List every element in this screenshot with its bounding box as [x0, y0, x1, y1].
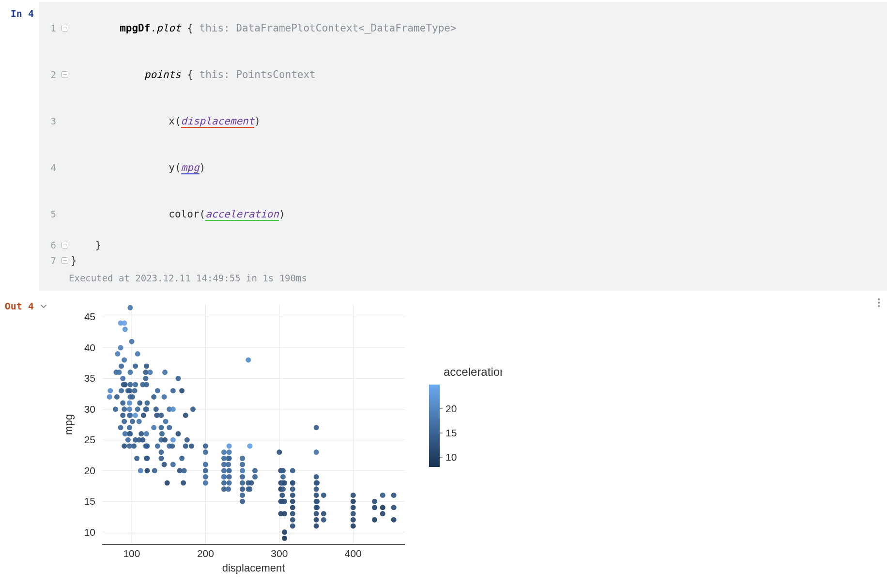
svg-point-35 — [123, 326, 128, 332]
svg-point-82 — [144, 401, 150, 406]
svg-rect-241 — [429, 385, 440, 467]
svg-point-122 — [184, 437, 190, 443]
svg-point-114 — [176, 376, 181, 381]
code-line-7[interactable]: 7 } — [39, 253, 887, 268]
svg-point-44 — [127, 406, 132, 412]
svg-point-48 — [127, 431, 133, 436]
svg-point-119 — [182, 468, 187, 473]
code-line-3[interactable]: 3 x(displacement) — [39, 98, 887, 144]
token-param-acceleration: acceleration — [205, 208, 279, 221]
svg-point-98 — [159, 431, 165, 436]
code-line-1[interactable]: 1 mpgDf.plot { this: DataFramePlotContex… — [39, 5, 887, 51]
fold-close-icon[interactable] — [61, 257, 69, 264]
svg-point-52 — [130, 419, 135, 424]
code-line-4[interactable]: 4 y(mpg) — [39, 144, 887, 191]
svg-point-72 — [143, 376, 148, 381]
svg-point-80 — [144, 406, 149, 412]
output-collapse-toggle[interactable] — [39, 297, 48, 311]
svg-point-50 — [127, 382, 133, 387]
svg-point-43 — [127, 401, 132, 406]
svg-point-15 — [113, 406, 118, 412]
svg-point-70 — [141, 413, 146, 418]
execution-info: Executed at 2023.12.11 14:49:55 in 1s 19… — [39, 268, 887, 288]
svg-point-86 — [151, 425, 156, 430]
svg-point-58 — [133, 413, 138, 418]
svg-point-154 — [240, 499, 245, 504]
token-param-mpg: mpg — [181, 162, 200, 174]
svg-point-129 — [203, 462, 208, 467]
token-param-displacement: displacement — [181, 115, 255, 128]
svg-point-30 — [122, 419, 127, 424]
svg-point-108 — [169, 443, 175, 449]
svg-point-112 — [170, 388, 176, 393]
svg-point-191 — [290, 523, 295, 528]
svg-point-53 — [130, 394, 135, 400]
svg-point-94 — [158, 449, 164, 455]
svg-text:300: 300 — [271, 548, 288, 559]
svg-point-120 — [183, 443, 188, 449]
svg-point-187 — [290, 505, 295, 510]
svg-point-186 — [290, 486, 295, 492]
svg-point-113 — [176, 431, 181, 436]
fold-close-icon[interactable] — [61, 242, 69, 248]
svg-point-29 — [122, 321, 127, 326]
svg-point-126 — [203, 468, 208, 473]
code-editor[interactable]: 1 mpgDf.plot { this: DataFramePlotContex… — [39, 2, 887, 291]
svg-point-103 — [163, 419, 169, 424]
svg-point-13 — [107, 394, 112, 400]
svg-point-156 — [246, 357, 251, 363]
svg-point-161 — [248, 480, 254, 486]
svg-text:35: 35 — [84, 372, 95, 384]
svg-point-210 — [351, 499, 356, 504]
svg-point-68 — [140, 437, 145, 443]
inline-hint: this: DataFramePlotContext<_DataFrameTyp… — [200, 22, 457, 34]
svg-point-198 — [314, 493, 319, 498]
svg-text:10: 10 — [84, 526, 95, 538]
svg-point-174 — [280, 468, 286, 473]
svg-point-54 — [131, 443, 137, 449]
svg-point-144 — [227, 456, 232, 461]
svg-point-36 — [123, 382, 128, 387]
svg-point-92 — [155, 443, 160, 449]
gutter-number: 4 — [39, 160, 61, 175]
svg-point-37 — [125, 437, 131, 443]
code-line-5[interactable]: 5 color(acceleration) — [39, 191, 887, 237]
svg-point-192 — [290, 517, 295, 523]
code-line-2[interactable]: 2 points { this: PointsContext — [39, 51, 887, 98]
code-line-6[interactable]: 6 } — [39, 237, 887, 253]
svg-point-124 — [190, 406, 196, 412]
svg-point-131 — [221, 480, 227, 486]
svg-point-220 — [380, 505, 385, 510]
svg-point-17 — [114, 394, 120, 400]
svg-point-20 — [118, 425, 123, 430]
svg-point-121 — [183, 413, 188, 418]
svg-point-221 — [380, 511, 385, 516]
fold-icon[interactable] — [61, 25, 69, 31]
svg-text:200: 200 — [197, 548, 214, 559]
svg-point-190 — [290, 468, 295, 473]
svg-point-116 — [179, 456, 184, 461]
svg-point-182 — [282, 511, 287, 516]
token-method: plot — [156, 22, 181, 34]
svg-point-85 — [148, 370, 153, 375]
svg-point-101 — [162, 370, 168, 375]
svg-point-56 — [133, 363, 138, 369]
token-variable: mpgDf — [120, 22, 150, 34]
fold-icon[interactable] — [61, 71, 69, 78]
svg-point-109 — [170, 406, 176, 412]
svg-point-46 — [127, 370, 133, 375]
svg-point-218 — [372, 499, 377, 504]
svg-point-222 — [391, 505, 397, 510]
token-method: points — [144, 69, 181, 80]
svg-point-189 — [290, 480, 295, 486]
svg-text:40: 40 — [84, 342, 95, 353]
more-menu-icon[interactable] — [874, 297, 884, 308]
gutter-number: 7 — [39, 253, 61, 268]
svg-point-67 — [138, 431, 144, 436]
svg-point-200 — [314, 517, 319, 523]
svg-point-93 — [158, 456, 164, 461]
svg-point-65 — [137, 401, 142, 406]
svg-text:25: 25 — [84, 434, 95, 445]
svg-point-83 — [144, 443, 150, 449]
svg-text:acceleration: acceleration — [444, 365, 502, 378]
